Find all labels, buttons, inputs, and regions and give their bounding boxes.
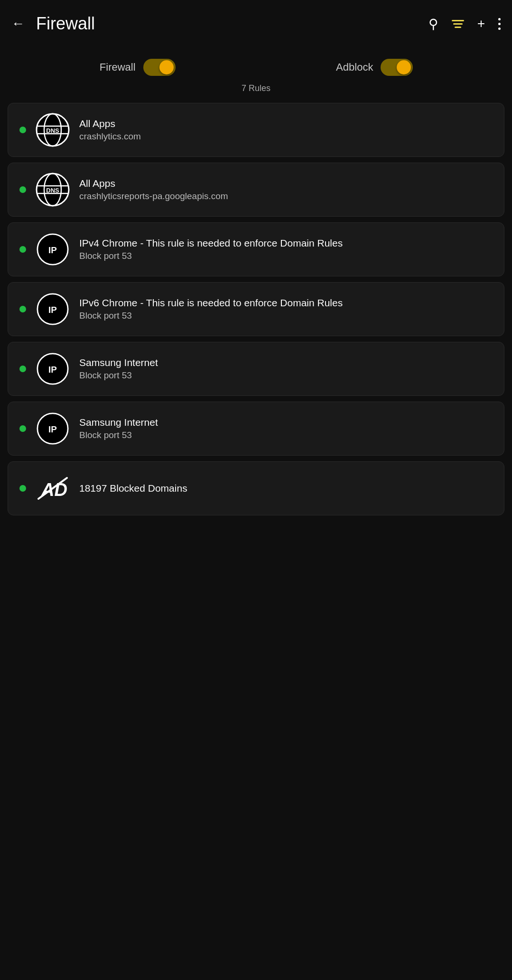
svg-text:IP: IP [48,424,57,434]
header: ← Firewall ⚲ + [0,0,512,47]
rule-icon-wrapper: DNS [36,173,70,207]
dns-icon: DNS [36,173,70,207]
back-button[interactable]: ← [11,17,25,30]
firewall-toggle[interactable] [143,59,176,76]
dot-3 [498,27,501,30]
ip-icon: IP [37,353,69,385]
status-dot [19,246,26,253]
rule-text: IPv6 Chrome - This rule is needed to enf… [79,297,343,321]
filter-line-2 [453,23,463,25]
firewall-label: Firewall [100,61,136,73]
adblock-toggle[interactable] [381,59,413,76]
adblock-label: Adblock [336,61,373,73]
ip-icon: IP [37,293,69,325]
rule-title: All Apps [79,118,141,129]
rule-icon-wrapper: IP [36,292,70,326]
rule-item[interactable]: DNS All Apps crashlyticsreports-pa.googl… [8,163,504,217]
svg-text:DNS: DNS [46,127,59,134]
filter-button[interactable] [452,20,464,28]
toggles-row: Firewall Adblock [19,59,493,76]
rule-title: IPv6 Chrome - This rule is needed to enf… [79,297,343,309]
status-dot [19,425,26,432]
rule-text: Samsung Internet Block port 53 [79,417,158,440]
rules-list: DNS All Apps crashlytics.com DNS All App… [0,103,512,521]
more-options-button[interactable] [498,18,501,30]
svg-text:IP: IP [48,365,57,375]
ad-block-icon: AD [36,471,70,505]
dot-2 [498,23,501,25]
adblock-toggle-group: Adblock [256,59,493,76]
dns-icon: DNS [36,113,70,147]
rule-icon-wrapper: IP [36,412,70,446]
status-dot [19,127,26,133]
filter-line-1 [452,20,464,21]
rule-subtitle: Block port 53 [79,430,158,440]
status-dot [19,366,26,372]
ip-icon: IP [37,412,69,445]
rules-count: 7 Rules [242,83,270,93]
rule-text: All Apps crashlyticsreports-pa.googleapi… [79,178,228,201]
rule-icon-wrapper: DNS [36,113,70,147]
rule-item[interactable]: IP IPv4 Chrome - This rule is needed to … [8,222,504,276]
rule-title: All Apps [79,178,228,189]
svg-text:IP: IP [48,305,57,315]
header-actions: ⚲ + [428,16,501,32]
svg-text:AD: AD [41,480,67,500]
rule-item[interactable]: DNS All Apps crashlytics.com [8,103,504,157]
dot-1 [498,18,501,20]
firewall-toggle-thumb [159,60,174,74]
filter-line-3 [455,27,461,28]
rule-text: IPv4 Chrome - This rule is needed to enf… [79,238,343,261]
rule-item[interactable]: IP Samsung Internet Block port 53 [8,342,504,396]
svg-text:IP: IP [48,245,57,255]
rule-subtitle: crashlytics.com [79,131,141,142]
ip-icon: IP [37,233,69,266]
rule-subtitle: crashlyticsreports-pa.googleapis.com [79,191,228,201]
rule-title: Samsung Internet [79,417,158,428]
rule-icon-wrapper: IP [36,352,70,386]
rule-icon-wrapper: IP [36,232,70,266]
rule-text: Samsung Internet Block port 53 [79,357,158,381]
rule-subtitle: Block port 53 [79,251,343,261]
rule-subtitle: Block port 53 [79,311,343,321]
status-dot [19,186,26,193]
search-button[interactable]: ⚲ [428,16,438,32]
rule-subtitle: Block port 53 [79,370,158,381]
rule-title: IPv4 Chrome - This rule is needed to enf… [79,238,343,249]
rule-title: 18197 Blocked Domains [79,483,187,494]
rule-title: Samsung Internet [79,357,158,368]
rule-item[interactable]: IP IPv6 Chrome - This rule is needed to … [8,282,504,336]
rule-icon-wrapper: AD [36,471,70,505]
rule-text: All Apps crashlytics.com [79,118,141,142]
rule-text: 18197 Blocked Domains [79,483,187,494]
firewall-toggle-group: Firewall [19,59,256,76]
svg-text:DNS: DNS [46,187,59,194]
add-button[interactable]: + [477,16,485,31]
rule-item[interactable]: IP Samsung Internet Block port 53 [8,402,504,456]
rule-item[interactable]: AD 18197 Blocked Domains [8,461,504,515]
page-title: Firewall [36,14,428,34]
status-dot [19,306,26,312]
toggles-section: Firewall Adblock 7 Rules [0,47,512,103]
status-dot [19,485,26,492]
